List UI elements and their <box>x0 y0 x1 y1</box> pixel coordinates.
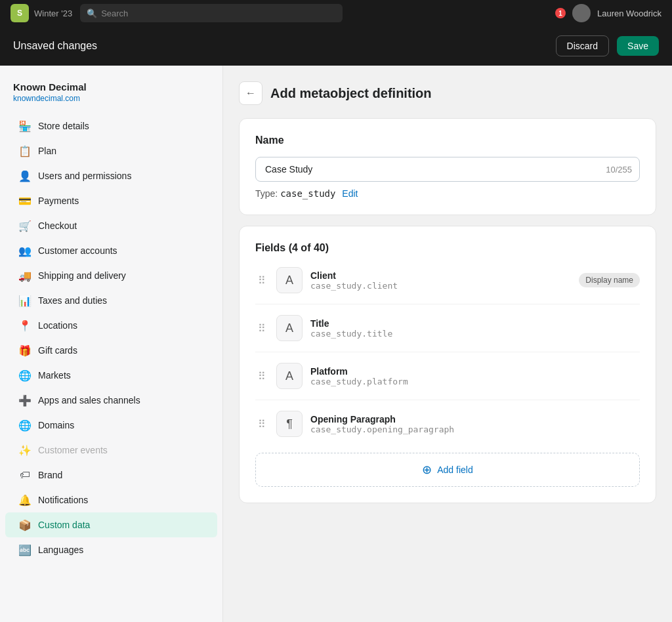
sidebar-label-plan: Plan <box>38 146 56 156</box>
brand-icon: 🏷 <box>18 468 32 482</box>
sidebar-item-plan[interactable]: 📋Plan <box>5 138 217 163</box>
apps-sales-icon: ➕ <box>18 394 32 407</box>
sidebar-item-locations[interactable]: 📍Locations <box>5 313 217 338</box>
name-card: Name 10/255 Type: case_study Edit <box>239 118 656 215</box>
sidebar-item-customer-events[interactable]: ✨Customer events <box>5 438 217 463</box>
sidebar-item-notifications[interactable]: 🔔Notifications <box>5 487 217 512</box>
unsaved-title: Unsaved changes <box>13 40 548 52</box>
checkout-icon: 🛒 <box>18 219 32 232</box>
sidebar-brand-name: Known Decimal <box>13 81 209 93</box>
main-layout: Known Decimal knowndecimal.com 🏪Store de… <box>0 66 672 622</box>
logo-area: S Winter '23 <box>10 4 72 22</box>
user-name: Lauren Woodrick <box>597 9 662 18</box>
domains-icon: 🌐 <box>18 419 32 432</box>
sidebar-item-users-permissions[interactable]: 👤Users and permissions <box>5 163 217 188</box>
customer-events-icon: ✨ <box>18 444 32 457</box>
field-info-3: Opening Paragraph case_study.opening_par… <box>310 414 640 434</box>
type-label: Type: <box>255 188 278 199</box>
languages-icon: 🔤 <box>18 543 32 556</box>
field-key-2: case_study.platform <box>310 377 640 386</box>
sidebar-label-gift-cards: Gift cards <box>38 345 77 356</box>
locations-icon: 📍 <box>18 319 32 332</box>
sidebar-item-markets[interactable]: 🌐Markets <box>5 363 217 388</box>
field-icon-1: A <box>276 315 303 341</box>
name-section-title: Name <box>255 135 640 146</box>
sidebar-label-markets: Markets <box>38 370 71 381</box>
users-permissions-icon: 👤 <box>18 169 32 182</box>
sidebar-label-locations: Locations <box>38 320 77 331</box>
field-key-3: case_study.opening_paragraph <box>310 425 640 434</box>
sidebar-item-shipping-delivery[interactable]: 🚚Shipping and delivery <box>5 263 217 288</box>
drag-handle[interactable]: ⠿ <box>255 370 268 383</box>
notifications-icon: 🔔 <box>18 493 32 507</box>
drag-handle[interactable]: ⠿ <box>255 274 268 287</box>
plan-icon: 📋 <box>18 144 32 157</box>
sidebar-label-checkout: Checkout <box>38 220 77 231</box>
content-header: ← Add metaobject definition <box>239 81 656 105</box>
fields-list: ⠿ A Client case_study.client Display nam… <box>255 257 640 447</box>
sidebar-label-notifications: Notifications <box>38 495 88 505</box>
sidebar-item-gift-cards[interactable]: 🎁Gift cards <box>5 338 217 363</box>
sidebar-item-payments[interactable]: 💳Payments <box>5 188 217 213</box>
sidebar-label-shipping-delivery: Shipping and delivery <box>38 270 126 281</box>
sidebar-brand: Known Decimal knowndecimal.com <box>0 76 222 114</box>
type-value: case_study <box>280 188 335 199</box>
sidebar-label-apps-sales: Apps and sales channels <box>38 395 140 405</box>
store-details-icon: 🏪 <box>18 119 32 133</box>
field-info-1: Title case_study.title <box>310 318 640 339</box>
table-row: ⠿ ¶ Opening Paragraph case_study.opening… <box>255 400 640 447</box>
sidebar-brand-url[interactable]: knowndecimal.com <box>13 94 80 103</box>
unsaved-bar: Unsaved changes Discard Save <box>0 26 672 66</box>
drag-handle[interactable]: ⠿ <box>255 322 268 335</box>
name-input[interactable] <box>255 157 640 182</box>
edit-type-link[interactable]: Edit <box>342 188 358 199</box>
sidebar-item-brand[interactable]: 🏷Brand <box>5 463 217 487</box>
table-row: ⠿ A Title case_study.title <box>255 304 640 352</box>
display-badge-0: Display name <box>579 273 640 287</box>
store-name: Winter '23 <box>34 9 72 18</box>
sidebar-label-store-details: Store details <box>38 121 89 131</box>
discard-button[interactable]: Discard <box>556 35 609 56</box>
char-count: 10/255 <box>606 165 632 175</box>
custom-data-icon: 📦 <box>18 518 32 531</box>
sidebar-label-taxes-duties: Taxes and duties <box>38 295 107 306</box>
field-info-0: Client case_study.client <box>310 270 571 291</box>
notification-badge: 1 <box>555 8 566 18</box>
customer-accounts-icon: 👥 <box>18 244 32 257</box>
sidebar-item-languages[interactable]: 🔤Languages <box>5 537 217 562</box>
field-name-2: Platform <box>310 366 640 377</box>
sidebar-item-taxes-duties[interactable]: 📊Taxes and duties <box>5 288 217 313</box>
sidebar-item-checkout[interactable]: 🛒Checkout <box>5 213 217 238</box>
add-field-label: Add field <box>437 465 472 475</box>
back-button[interactable]: ← <box>239 81 262 105</box>
sidebar-label-languages: Languages <box>38 545 83 555</box>
fields-title: Fields (4 of 40) <box>255 242 640 254</box>
shipping-delivery-icon: 🚚 <box>18 269 32 282</box>
save-button[interactable]: Save <box>617 36 659 56</box>
table-row: ⠿ A Platform case_study.platform <box>255 352 640 400</box>
sidebar-item-store-details[interactable]: 🏪Store details <box>5 114 217 138</box>
sidebar-label-domains: Domains <box>38 420 74 430</box>
search-placeholder-text: Search <box>101 9 128 18</box>
add-field-button[interactable]: ⊕ Add field <box>255 453 640 487</box>
shopify-logo: S <box>10 4 29 22</box>
sidebar-items: 🏪Store details📋Plan👤Users and permission… <box>0 114 222 562</box>
markets-icon: 🌐 <box>18 369 32 382</box>
sidebar-item-custom-data[interactable]: 📦Custom data <box>5 512 217 537</box>
sidebar-item-domains[interactable]: 🌐Domains <box>5 413 217 438</box>
type-row: Type: case_study Edit <box>255 188 640 199</box>
page-title: Add metaobject definition <box>270 86 432 101</box>
sidebar-label-users-permissions: Users and permissions <box>38 171 131 181</box>
payments-icon: 💳 <box>18 194 32 207</box>
field-name-0: Client <box>310 270 571 281</box>
sidebar-item-customer-accounts[interactable]: 👥Customer accounts <box>5 238 217 263</box>
field-name-3: Opening Paragraph <box>310 414 640 425</box>
drag-handle[interactable]: ⠿ <box>255 418 268 430</box>
browser-search[interactable]: 🔍 Search <box>80 4 343 22</box>
sidebar-label-brand: Brand <box>38 470 62 480</box>
field-icon-2: A <box>276 363 303 389</box>
field-key-0: case_study.client <box>310 281 571 291</box>
table-row: ⠿ A Client case_study.client Display nam… <box>255 257 640 304</box>
avatar <box>572 4 591 22</box>
sidebar-item-apps-sales[interactable]: ➕Apps and sales channels <box>5 388 217 413</box>
